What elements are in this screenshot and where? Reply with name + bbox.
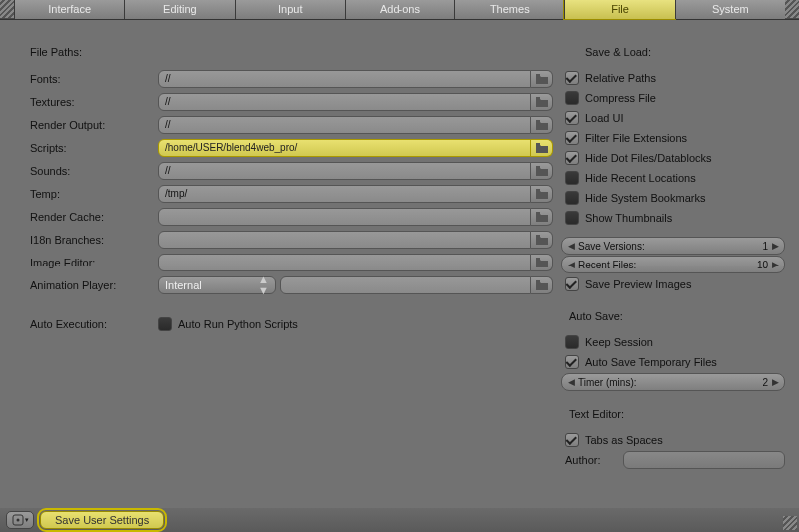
- checkbox-label: Show Thumbnails: [585, 212, 672, 224]
- path-label: Image Editor:: [14, 257, 158, 268]
- path-input[interactable]: //: [158, 93, 531, 111]
- path-label: Temp:: [14, 188, 158, 200]
- auto-save-tmp-checkbox[interactable]: [565, 355, 579, 369]
- timer-field[interactable]: ◀ Timer (mins): 2 ▶: [561, 373, 785, 391]
- path-row-temp: Temp:/tmp/: [14, 183, 553, 205]
- animation-player-row: Animation Player: Internal ▲▼: [14, 274, 553, 296]
- path-input[interactable]: //: [158, 70, 531, 88]
- tab-editing[interactable]: Editing: [124, 0, 234, 19]
- chevron-left-icon: ◀: [566, 260, 576, 269]
- recent-files-field[interactable]: ◀ Recent Files: 10 ▶: [561, 256, 785, 273]
- path-label: Render Cache:: [14, 211, 158, 223]
- checkbox-label: Load UI: [585, 112, 624, 124]
- svg-rect-9: [536, 280, 540, 282]
- path-label: I18n Branches:: [14, 234, 158, 246]
- checkbox-label: Relative Paths: [585, 72, 656, 84]
- auto-save-tmp-label: Auto Save Temporary Files: [585, 356, 717, 368]
- animation-player-label: Animation Player:: [14, 279, 158, 291]
- tabs-as-spaces-checkbox[interactable]: [565, 433, 579, 447]
- tab-system[interactable]: System: [675, 0, 785, 19]
- path-row-renderoutput: Render Output://: [14, 114, 553, 136]
- svg-rect-3: [536, 143, 540, 145]
- editor-type-button[interactable]: ▾: [6, 511, 34, 529]
- tab-input[interactable]: Input: [235, 0, 345, 19]
- path-input[interactable]: //: [158, 116, 531, 134]
- animation-player-path[interactable]: [280, 276, 531, 294]
- folder-browse-button[interactable]: [531, 116, 553, 134]
- folder-browse-button[interactable]: [531, 231, 553, 249]
- keep-session-checkbox[interactable]: [565, 335, 579, 349]
- auto-run-python-label: Auto Run Python Scripts: [178, 318, 298, 330]
- checkbox-label: Hide Recent Locations: [585, 172, 696, 184]
- animation-player-select[interactable]: Internal ▲▼: [158, 276, 276, 294]
- path-label: Render Output:: [14, 119, 158, 131]
- tabs-as-spaces-label: Tabs as Spaces: [585, 434, 663, 446]
- load-ui-checkbox[interactable]: [565, 111, 579, 125]
- save-preview-label: Save Preview Images: [585, 278, 691, 290]
- chevron-right-icon: ▶: [770, 241, 780, 251]
- auto-save-title: Auto Save:: [561, 310, 785, 322]
- hide-recent-locations-checkbox[interactable]: [565, 171, 579, 185]
- folder-browse-button[interactable]: [531, 162, 553, 180]
- compress-file-checkbox[interactable]: [565, 91, 579, 105]
- animation-player-browse[interactable]: [531, 276, 553, 294]
- checkbox-label: Compress File: [585, 92, 656, 104]
- path-input[interactable]: //: [158, 162, 531, 180]
- folder-browse-button[interactable]: [531, 70, 553, 88]
- hide-dot-files-datablocks-checkbox[interactable]: [565, 151, 579, 165]
- save-versions-field[interactable]: ◀ Save Versions: 1 ▶: [561, 237, 785, 255]
- tab-themes[interactable]: Themes: [454, 0, 564, 19]
- author-input[interactable]: [623, 451, 785, 469]
- checkbox-label: Filter File Extensions: [585, 132, 687, 144]
- save-load-title: Save & Load:: [561, 46, 785, 58]
- path-label: Textures:: [14, 96, 158, 108]
- svg-rect-2: [536, 120, 540, 122]
- path-row-textures: Textures://: [14, 91, 553, 113]
- path-row-i18nbranches: I18n Branches:: [14, 229, 553, 251]
- text-editor-title: Text Editor:: [561, 408, 785, 420]
- svg-rect-4: [536, 166, 540, 168]
- footer-bar: ▾ Save User Settings: [0, 508, 799, 532]
- folder-browse-button[interactable]: [531, 139, 553, 157]
- show-thumbnails-checkbox[interactable]: [565, 211, 579, 225]
- svg-rect-1: [536, 97, 540, 99]
- path-row-imageeditor: Image Editor:: [14, 252, 553, 273]
- path-input[interactable]: /home/USER/blend4web_pro/: [158, 139, 531, 157]
- author-row: Author:: [561, 450, 785, 470]
- path-row-sounds: Sounds://: [14, 160, 553, 182]
- auto-execution-label: Auto Execution:: [14, 318, 158, 330]
- chevron-left-icon: ◀: [566, 241, 576, 251]
- save-preview-checkbox[interactable]: [565, 277, 579, 291]
- path-row-scripts: Scripts:/home/USER/blend4web_pro/: [14, 137, 553, 159]
- hide-system-bookmarks-checkbox[interactable]: [565, 191, 579, 205]
- folder-browse-button[interactable]: [531, 254, 553, 271]
- path-input[interactable]: [158, 254, 531, 271]
- path-input[interactable]: [158, 231, 531, 249]
- save-user-settings-button[interactable]: Save User Settings: [40, 511, 164, 529]
- file-paths-title: File Paths:: [14, 46, 553, 58]
- folder-browse-button[interactable]: [531, 185, 553, 203]
- checkbox-label: Hide Dot Files/Datablocks: [585, 152, 712, 164]
- preferences-tabs: InterfaceEditingInputAdd-onsThemesFileSy…: [0, 0, 799, 20]
- checkbox-label: Hide System Bookmarks: [585, 192, 705, 204]
- keep-session-label: Keep Session: [585, 336, 653, 348]
- author-label: Author:: [565, 454, 617, 466]
- svg-rect-5: [536, 189, 540, 191]
- svg-point-11: [16, 519, 19, 522]
- right-column: Save & Load: Relative PathsCompress File…: [553, 46, 785, 504]
- path-input[interactable]: /tmp/: [158, 185, 531, 203]
- folder-browse-button[interactable]: [531, 93, 553, 111]
- file-preferences-content: File Paths: Fonts://Textures://Render Ou…: [0, 20, 799, 508]
- svg-rect-0: [536, 74, 540, 76]
- tab-add-ons[interactable]: Add-ons: [345, 0, 454, 19]
- folder-browse-button[interactable]: [531, 208, 553, 226]
- tab-file[interactable]: File: [564, 0, 674, 19]
- auto-run-python-checkbox[interactable]: [158, 317, 172, 331]
- svg-rect-7: [536, 235, 540, 237]
- path-input[interactable]: [158, 208, 531, 226]
- chevron-right-icon: ▶: [770, 260, 780, 269]
- relative-paths-checkbox[interactable]: [565, 71, 579, 85]
- path-label: Sounds:: [14, 165, 158, 177]
- filter-file-extensions-checkbox[interactable]: [565, 131, 579, 145]
- tab-interface[interactable]: Interface: [14, 0, 124, 19]
